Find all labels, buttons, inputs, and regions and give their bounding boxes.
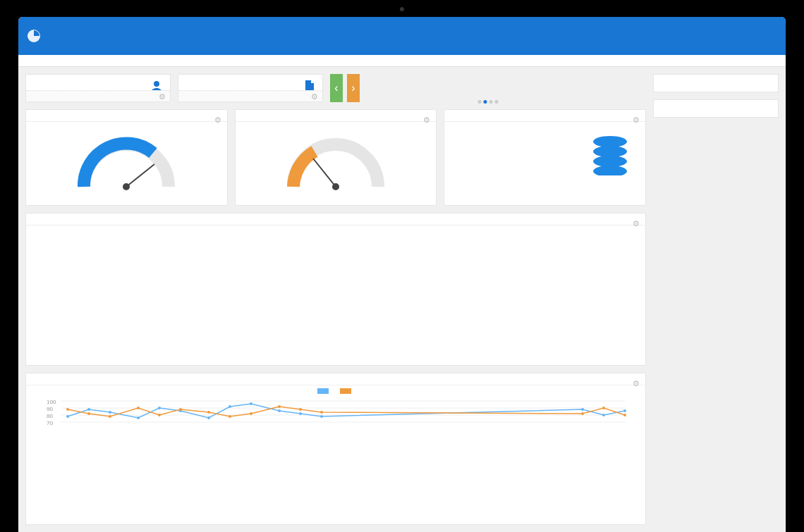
gear-icon[interactable]: ⚙	[633, 116, 640, 125]
svg-point-37	[179, 408, 182, 411]
carousel-next-button[interactable]: ›	[347, 74, 360, 102]
svg-point-39	[229, 415, 231, 418]
gear-icon[interactable]: ⚙	[633, 219, 640, 228]
utilization-gauge	[70, 130, 183, 194]
svg-text:80: 80	[47, 413, 53, 419]
types-line-chart: 100908070	[37, 397, 634, 425]
carousel-prev-button[interactable]: ‹	[330, 74, 343, 102]
resources-stat-card: ⚙	[25, 74, 171, 102]
svg-text:90: 90	[47, 406, 53, 412]
svg-point-5	[593, 136, 627, 147]
svg-point-32	[66, 408, 69, 411]
svg-point-44	[581, 412, 584, 415]
svg-point-26	[278, 409, 281, 412]
capacity-card: ⚙	[444, 109, 646, 206]
gear-icon[interactable]: ⚙	[311, 92, 318, 101]
svg-point-40	[250, 412, 252, 415]
svg-point-19	[109, 411, 111, 414]
svg-point-20	[137, 416, 140, 419]
gear-icon[interactable]: ⚙	[633, 379, 640, 388]
breadcrumb	[18, 55, 786, 67]
svg-point-17	[66, 415, 69, 418]
svg-point-8	[593, 166, 627, 175]
svg-point-34	[109, 415, 111, 418]
availability-gauge-card: ⚙	[235, 109, 437, 206]
svg-point-2	[123, 183, 130, 190]
svg-point-18	[87, 408, 90, 411]
utilization-by-types-chart: ⚙ 100908070	[25, 373, 646, 526]
svg-point-46	[623, 414, 626, 416]
svg-point-6	[593, 146, 627, 157]
svg-point-24	[229, 405, 231, 408]
svg-point-35	[137, 407, 140, 409]
svg-point-25	[250, 402, 252, 405]
card-title	[26, 75, 170, 82]
svg-point-29	[581, 408, 584, 411]
svg-line-1	[126, 164, 154, 187]
svg-point-27	[299, 412, 302, 415]
gear-icon[interactable]: ⚙	[214, 116, 221, 125]
svg-point-21	[158, 407, 161, 409]
svg-text:70: 70	[47, 420, 53, 425]
top-navbar	[18, 17, 786, 55]
availability-gauge	[279, 130, 392, 194]
svg-point-36	[158, 414, 161, 416]
role-carousel: ‹ ›	[330, 74, 646, 102]
svg-point-41	[278, 405, 281, 408]
card-title	[178, 75, 322, 82]
svg-point-42	[299, 408, 302, 411]
svg-line-3	[313, 159, 336, 187]
top-available-card	[653, 99, 779, 118]
svg-point-33	[87, 412, 90, 415]
svg-text:100: 100	[47, 399, 56, 405]
top-utilized-card	[653, 74, 779, 92]
svg-point-28	[320, 415, 323, 418]
svg-point-38	[207, 411, 210, 414]
projects-stat-card: ⚙	[178, 74, 323, 102]
gear-icon[interactable]: ⚙	[159, 92, 166, 101]
database-icon	[589, 133, 631, 175]
logo-icon	[27, 29, 41, 43]
svg-point-30	[602, 414, 605, 416]
svg-point-43	[320, 411, 323, 414]
utilization-by-roles-chart: ⚙	[25, 213, 646, 366]
svg-point-31	[623, 409, 626, 412]
svg-point-4	[332, 183, 339, 190]
svg-point-7	[593, 156, 627, 167]
roles-bar-chart	[37, 233, 634, 345]
utilization-gauge-card: ⚙	[25, 109, 228, 206]
gear-icon[interactable]: ⚙	[423, 116, 430, 125]
app-logo	[27, 29, 44, 43]
svg-point-45	[602, 407, 605, 409]
svg-point-23	[207, 416, 210, 419]
